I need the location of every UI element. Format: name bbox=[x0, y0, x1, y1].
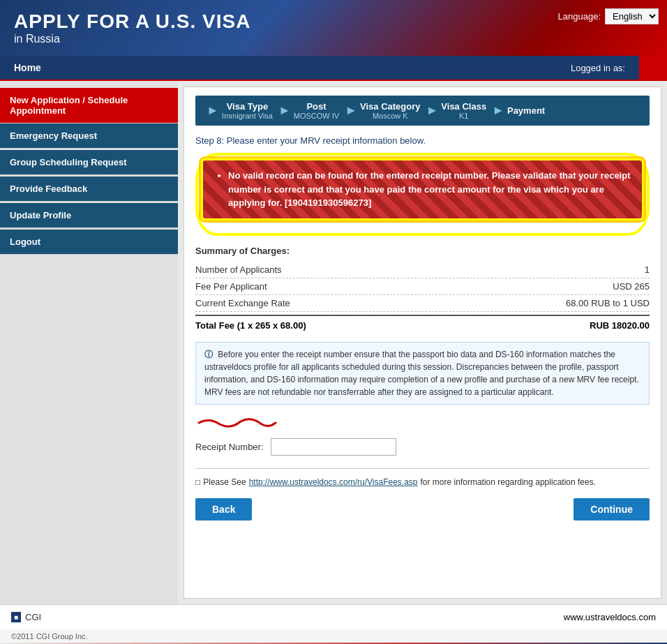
sidebar-item-group-scheduling[interactable]: Group Scheduling Request bbox=[0, 150, 178, 175]
logged-in-text: Logged in as: bbox=[571, 63, 639, 73]
fee-link-url[interactable]: http://www.ustraveldocs.com/ru/VisaFees.… bbox=[249, 477, 418, 487]
footer-logo: ■ CGI bbox=[11, 612, 41, 622]
step-visa-class: Visa Class K1 bbox=[441, 101, 486, 120]
header: APPLY FOR A U.S. VISA in Russia Language… bbox=[0, 0, 667, 56]
step-instruction: Step 8: Please enter your MRV receipt in… bbox=[195, 135, 650, 146]
summary-total-row: Total Fee (1 x 265 x 68.00) RUB 18020.00 bbox=[195, 315, 650, 335]
content-area: ► Visa Type Immigrant Visa ► Post MOSCOW… bbox=[183, 87, 661, 599]
navbar: Home Logged in as: bbox=[0, 56, 667, 81]
sidebar-item-logout[interactable]: Logout bbox=[0, 230, 178, 255]
home-button[interactable]: Home bbox=[0, 56, 55, 80]
cgi-box-icon: ■ bbox=[11, 612, 21, 622]
info-box: ⓘ Before you enter the receipt number en… bbox=[195, 342, 650, 405]
fee-link-suffix: for more information regarding applicati… bbox=[421, 477, 596, 487]
error-box: No valid record can be found for the ent… bbox=[201, 158, 644, 220]
language-selector[interactable]: Language: English bbox=[558, 8, 659, 24]
total-value: RUB 18020.00 bbox=[590, 320, 650, 331]
step-arrow-1: ► bbox=[278, 103, 291, 118]
back-button[interactable]: Back bbox=[195, 498, 252, 521]
header-title-block: APPLY FOR A U.S. VISA in Russia bbox=[14, 10, 250, 45]
sidebar: New Application / Schedule Appointment E… bbox=[0, 81, 178, 604]
cgi-label: CGI bbox=[25, 612, 41, 622]
total-label: Total Fee (1 x 265 x 68.00) bbox=[195, 320, 306, 331]
step-visa-category: Visa Category Moscow K bbox=[360, 101, 420, 120]
step-visa-type: Visa Type Immigrant Visa bbox=[222, 101, 273, 120]
sidebar-item-emergency-request[interactable]: Emergency Request bbox=[0, 123, 178, 149]
fee-link-icon: □ bbox=[195, 477, 200, 487]
step-payment: Payment bbox=[507, 105, 545, 116]
red-scribble-decoration bbox=[195, 414, 650, 428]
fee-link-prefix: Please See bbox=[203, 477, 246, 487]
site-title: APPLY FOR A U.S. VISA bbox=[14, 10, 250, 33]
sidebar-item-new-application[interactable]: New Application / Schedule Appointment bbox=[0, 88, 178, 123]
info-icon: ⓘ bbox=[204, 350, 213, 359]
step-arrow-0: ► bbox=[207, 103, 219, 118]
main-container: New Application / Schedule Appointment E… bbox=[0, 81, 667, 604]
site-subtitle: in Russia bbox=[14, 33, 60, 45]
fee-link-section: □ Please See http://www.ustraveldocs.com… bbox=[195, 477, 650, 487]
language-label: Language: bbox=[558, 11, 601, 22]
summary-title: Summary of Charges: bbox=[195, 246, 650, 256]
summary-section: Summary of Charges: Number of Applicants… bbox=[195, 246, 650, 335]
receipt-input[interactable] bbox=[271, 438, 396, 456]
summary-row-fee: Fee Per Applicant USD 265 bbox=[195, 278, 650, 295]
receipt-label: Receipt Number: bbox=[195, 442, 264, 452]
error-wrapper: No valid record can be found for the ent… bbox=[195, 153, 650, 236]
receipt-field: Receipt Number: bbox=[195, 435, 650, 458]
sidebar-item-update-profile[interactable]: Update Profile bbox=[0, 203, 178, 228]
footer-copyright: ©2011 CGI Group Inc. bbox=[11, 632, 88, 641]
steps-bar: ► Visa Type Immigrant Visa ► Post MOSCOW… bbox=[195, 96, 650, 126]
footer-url: www.ustraveldocs.com bbox=[564, 612, 656, 622]
summary-row-exchange: Current Exchange Rate 68.00 RUB to 1 USD bbox=[195, 295, 650, 312]
navbar-red-accent bbox=[639, 55, 667, 80]
summary-row-applicants: Number of Applicants 1 bbox=[195, 262, 650, 278]
info-text: Before you enter the receipt number ensu… bbox=[204, 350, 639, 397]
divider bbox=[195, 468, 650, 469]
step-arrow-3: ► bbox=[426, 103, 439, 118]
step-arrow-4: ► bbox=[492, 103, 504, 118]
sidebar-item-provide-feedback[interactable]: Provide Feedback bbox=[0, 177, 178, 202]
step-post: Post MOSCOW IV bbox=[294, 101, 339, 120]
continue-button[interactable]: Continue bbox=[574, 498, 650, 521]
error-message: No valid record can be found for the ent… bbox=[228, 169, 631, 210]
step-arrow-2: ► bbox=[345, 103, 357, 118]
footer-copyright-bar: ©2011 CGI Group Inc. bbox=[0, 629, 667, 643]
footer: ■ CGI www.ustraveldocs.com bbox=[0, 604, 667, 629]
button-row: Back Continue bbox=[195, 498, 650, 521]
language-dropdown[interactable]: English bbox=[605, 8, 659, 24]
